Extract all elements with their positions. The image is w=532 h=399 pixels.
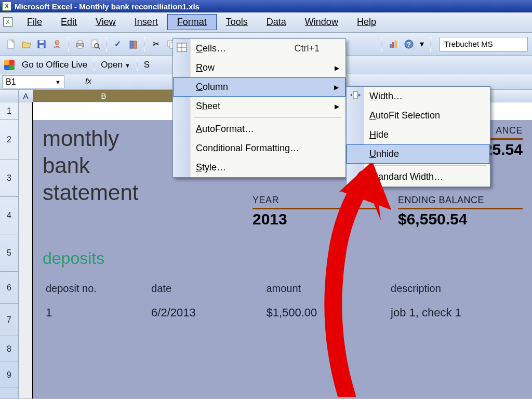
excel-icon: X (2, 2, 11, 11)
permission-icon[interactable] (50, 37, 64, 51)
column-width[interactable]: Width… (347, 87, 490, 106)
print-preview-icon[interactable] (88, 37, 102, 51)
menu-file[interactable]: File (18, 15, 51, 30)
format-cells[interactable]: CCells…ells… Ctrl+1 (173, 39, 345, 58)
fx-label[interactable]: fx (77, 74, 100, 89)
format-menu: CCells…ells… Ctrl+1 Row ▶ Column ▶ Sheet… (172, 38, 346, 178)
svg-rect-18 (390, 44, 392, 48)
svg-rect-26 (353, 91, 357, 99)
year-label: YEAR (252, 195, 377, 206)
name-box-dropdown-icon[interactable]: ▼ (55, 79, 61, 85)
separator (430, 37, 431, 51)
svg-rect-12 (134, 41, 137, 48)
col-header-b[interactable]: B (33, 90, 175, 102)
table-header-row: deposit no. date amount description (44, 277, 522, 300)
menu-format[interactable]: Format (167, 14, 217, 30)
svg-line-10 (98, 47, 100, 49)
separator (94, 59, 95, 71)
column-standard-width[interactable]: Standard Width… (347, 167, 490, 187)
go-to-office-live[interactable]: Go to Office Live (19, 59, 90, 71)
row-headers: 1 2 3 4 5 6 7 8 9 (0, 102, 19, 398)
menu-insert[interactable]: Insert (125, 15, 167, 30)
ending-balance-label: ENDING BALANCE (398, 195, 523, 206)
year-value: 2013 (252, 210, 377, 228)
row-header[interactable]: 5 (0, 234, 18, 272)
font-name: Trebuchet MS (444, 39, 493, 48)
svg-point-4 (55, 41, 59, 45)
cut-icon[interactable]: ✂ (149, 37, 163, 51)
menu-data[interactable]: Data (257, 15, 296, 30)
row-header[interactable]: 7 (0, 304, 18, 336)
row-header[interactable]: 3 (0, 159, 18, 197)
office-live-save-partial[interactable]: S (141, 59, 153, 71)
svg-rect-2 (39, 41, 44, 43)
column-autofit[interactable]: AutoFit Selection (347, 106, 490, 125)
row-header[interactable]: 8 (0, 336, 18, 362)
column-hide[interactable]: Hide (347, 125, 490, 144)
office-live-open[interactable]: Open▼ (98, 59, 133, 71)
deposits-heading: deposits (43, 249, 523, 268)
table-row: 1 6/2/2013 $1,500.00 job 1, check 1 (44, 301, 522, 325)
menu-help[interactable]: Help (348, 15, 385, 30)
menu-edit[interactable]: Edit (51, 15, 86, 30)
row-header[interactable]: 9 (0, 362, 18, 388)
save-icon[interactable] (35, 37, 48, 51)
title-bar: X Microsoft Excel - Monthly bank reconci… (0, 0, 532, 12)
svg-rect-11 (130, 41, 133, 48)
svg-text:?: ? (407, 41, 411, 48)
font-selector[interactable]: Trebuchet MS (440, 37, 528, 51)
menu-view[interactable]: View (86, 15, 125, 30)
app-name: Microsoft Excel (15, 2, 72, 11)
format-sheet[interactable]: Sheet ▶ (173, 97, 345, 116)
help-icon[interactable]: ? (402, 37, 416, 51)
separator (106, 37, 107, 51)
menu-bar: File Edit View Insert Format Tools Data … (18, 14, 385, 30)
shortcut: Ctrl+1 (294, 43, 320, 54)
row-header[interactable]: 1 (0, 102, 18, 120)
menu-window[interactable]: Window (296, 15, 348, 30)
column-unhide[interactable]: Unhide (347, 144, 490, 164)
cells-icon (175, 43, 189, 55)
th-description: description (389, 277, 522, 300)
chart-icon[interactable] (387, 37, 400, 51)
td-desc: job 1, check 1 (389, 301, 522, 325)
select-all-corner[interactable] (0, 90, 19, 102)
svg-rect-20 (395, 41, 397, 48)
col-header-a[interactable]: A (19, 90, 33, 102)
print-icon[interactable] (73, 37, 87, 51)
td-amount: $1,500.00 (264, 301, 388, 325)
format-row[interactable]: Row ▶ (173, 58, 345, 77)
name-box-value: B1 (6, 77, 16, 87)
td-no: 1 (44, 301, 148, 325)
toolbar-overflow-icon[interactable]: ▾ (418, 37, 427, 51)
separator (144, 37, 145, 51)
workbook-icon: X (3, 17, 12, 26)
office-live-logo-icon (4, 60, 15, 70)
row-header[interactable]: 4 (0, 197, 18, 234)
svg-rect-3 (39, 45, 44, 48)
format-column[interactable]: Column ▶ (173, 77, 345, 97)
file-name: Monthly bank reconciliation1.xls (79, 2, 200, 11)
separator (381, 37, 382, 51)
format-style[interactable]: Style… (173, 158, 345, 177)
row-header[interactable]: 2 (0, 120, 18, 159)
format-autoformat[interactable]: AutoFormat… (173, 119, 345, 139)
th-amount: amount (264, 277, 388, 300)
deposits-table: deposit no. date amount description 1 6/… (43, 276, 523, 326)
cancel-fx-icon[interactable] (66, 74, 77, 89)
column-a-stripe (19, 102, 33, 398)
format-conditional[interactable]: Conditional Formatting… (173, 139, 345, 158)
new-icon[interactable] (4, 37, 18, 51)
menu-tools[interactable]: Tools (217, 15, 257, 30)
row-header[interactable]: 6 (0, 272, 18, 304)
submenu-arrow-icon: ▶ (334, 84, 339, 91)
td-date: 6/2/2013 (149, 301, 263, 325)
th-deposit-no: deposit no. (44, 277, 148, 300)
separator (137, 59, 138, 71)
menu-separator (367, 165, 486, 166)
research-icon[interactable] (127, 37, 140, 51)
spelling-icon[interactable]: ✓ (111, 37, 125, 51)
name-box[interactable]: B1 ▼ (2, 75, 64, 88)
submenu-arrow-icon: ▶ (335, 103, 339, 110)
open-icon[interactable] (20, 37, 33, 51)
